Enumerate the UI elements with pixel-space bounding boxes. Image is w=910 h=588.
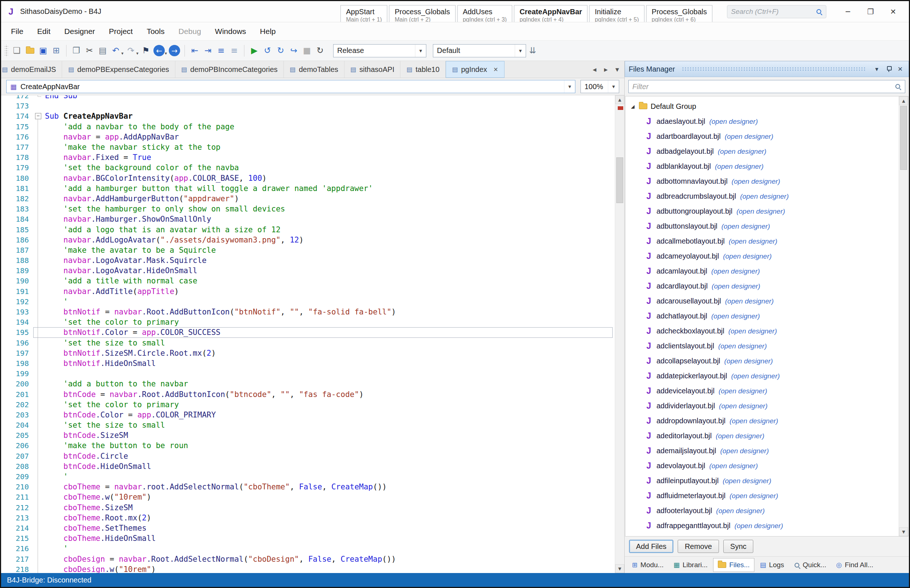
code-line-189[interactable]: 189 navbar.LogoAvatar.HideOnSmall [1, 265, 615, 276]
open-designer-link[interactable]: (open designer) [716, 507, 765, 515]
doc-tab-demopbexpensecategories[interactable]: ▤demoPBExpenseCategories [62, 61, 175, 78]
fold-toggle-icon[interactable] [33, 111, 43, 121]
menu-windows[interactable]: Windows [208, 22, 253, 40]
save-icon[interactable]: ▣ [37, 44, 50, 57]
export-icon[interactable]: ❐ [70, 44, 83, 57]
close-panel-icon[interactable]: ✕ [895, 64, 905, 74]
open-project-icon[interactable] [23, 44, 37, 57]
minimize-button[interactable]: ─ [837, 4, 859, 19]
file-item-adfrappeganttlayout-bjl[interactable]: Jadfrappeganttlayout.bjl(open designer) [626, 518, 899, 533]
pin-icon[interactable] [884, 64, 893, 74]
file-item-adcheckboxlayout-bjl[interactable]: Jadcheckboxlayout.bjl(open designer) [626, 323, 899, 339]
code-line-184[interactable]: 184 navbar.Hamburger.ShowOnSmallOnly [1, 214, 615, 224]
code-line-200[interactable]: 200 'add a button to the navbar [1, 379, 615, 389]
chevron-down-icon[interactable]: ▾ [415, 45, 426, 57]
panel-tab-quick[interactable]: Quick... [789, 558, 830, 572]
quick-tab-adduses[interactable]: AddUsespgIndex (ctrl + 3) [457, 5, 512, 22]
open-designer-link[interactable]: (open designer) [712, 282, 760, 290]
file-item-adbreadcrumbslayout-bjl[interactable]: Jadbreadcrumbslayout.bjl(open designer) [626, 189, 899, 204]
file-item-adcallmebotlayout-bjl[interactable]: Jadcallmebotlayout.bjl(open designer) [626, 234, 899, 249]
file-item-adartboardlayout-bjl[interactable]: Jadartboardlayout.bjl(open designer) [626, 129, 899, 144]
code-line-198[interactable]: 198 btnNotif.HideOnSmall [1, 358, 615, 368]
file-item-adfileinputlayout-bjl[interactable]: Jadfileinputlayout.bjl(open designer) [626, 473, 899, 488]
scroll-down-icon[interactable] [615, 564, 624, 573]
remove-button[interactable]: Remove [678, 540, 719, 553]
code-line-214[interactable]: 214 cboTheme.SetThemes [1, 523, 615, 533]
auto-hide-menu-icon[interactable]: ▾ [872, 64, 881, 74]
code-line-185[interactable]: 185 'add a logo that is an avatar with a… [1, 224, 615, 234]
open-designer-link[interactable]: (open designer) [716, 432, 764, 440]
open-designer-link[interactable]: (open designer) [723, 477, 771, 485]
code-line-177[interactable]: 177 'make the navbar sticky at the top [1, 142, 615, 152]
code-line-178[interactable]: 178 navbar.Fixed = True [1, 152, 615, 163]
new-file-icon[interactable]: ❏ [10, 44, 23, 57]
code-line-199[interactable]: 199 [1, 368, 615, 379]
open-designer-link[interactable]: (open designer) [729, 237, 777, 246]
code-line-216[interactable]: 216 ' [1, 543, 615, 554]
code-line-197[interactable]: 197 btnNotif.SizeSM.Circle.Root.mx(2) [1, 348, 615, 358]
open-designer-link[interactable]: (open designer) [729, 492, 778, 500]
file-item-adcollapselayout-bjl[interactable]: Jadcollapselayout.bjl(open designer) [626, 354, 899, 368]
file-item-ademailjslayout-bjl[interactable]: Jademailjslayout.bjl(open designer) [626, 443, 899, 458]
open-designer-link[interactable]: (open designer) [732, 178, 780, 186]
uncomment-icon[interactable]: ≡ [228, 44, 241, 57]
stop-icon[interactable]: ■ [300, 44, 314, 57]
toolbar-grip[interactable] [5, 45, 8, 57]
expander-icon[interactable] [630, 104, 636, 109]
code-line-188[interactable]: 188 navbar.LogoAvatar.Mask.Squircle [1, 255, 615, 265]
scrollbar-thumb[interactable] [900, 106, 907, 170]
maximize-button[interactable]: ❐ [859, 4, 882, 19]
code-editor[interactable]: 172End Sub173174Sub CreateAppNavBar175 '… [1, 95, 624, 573]
code-line-172[interactable]: 172End Sub [1, 95, 615, 101]
panel-tab-libraries[interactable]: ▦Librari... [669, 558, 712, 572]
scroll-up-icon[interactable] [615, 95, 624, 104]
zoom-selector[interactable]: 100% [580, 80, 619, 93]
open-designer-link[interactable]: (open designer) [721, 223, 770, 231]
code-line-173[interactable]: 173 [1, 101, 615, 111]
indent-icon[interactable]: ⇥ [201, 44, 215, 57]
code-line-205[interactable]: 205 btnCode.SizeSM [1, 430, 615, 441]
code-line-217[interactable]: 217 cboDesign = navbar.Root.AddSelectNor… [1, 554, 615, 564]
code-line-206[interactable]: 206 'make the button to be roun [1, 441, 615, 451]
cut-icon[interactable]: ✂ [83, 44, 96, 57]
open-designer-link[interactable]: (open designer) [711, 267, 760, 275]
menu-file[interactable]: File [4, 22, 30, 40]
code-line-208[interactable]: 208 btnCode.HideOnSmall [1, 461, 615, 472]
code-line-192[interactable]: 192 ' [1, 297, 615, 307]
file-item-adblanklayout-bjl[interactable]: Jadblanklayout.bjl(open designer) [626, 159, 899, 174]
file-item-adbottomnavlayout-bjl[interactable]: Jadbottomnavlayout.bjl(open designer) [626, 174, 899, 189]
hot-restart-icon[interactable]: ↻ [274, 44, 287, 57]
panel-tab-modules[interactable]: ⊞Modu... [628, 558, 668, 572]
code-line-203[interactable]: 203 btnCode.Color = app.COLOR_PRIMARY [1, 410, 615, 420]
open-designer-link[interactable]: (open designer) [737, 207, 785, 215]
open-designer-link[interactable]: (open designer) [709, 118, 758, 126]
panel-tab-logs[interactable]: ▤Logs [755, 558, 788, 572]
file-item-adaeslayout-bjl[interactable]: Jadaeslayout.bjl(open designer) [626, 114, 899, 129]
build-icon[interactable]: ⊞ [50, 44, 63, 57]
menu-designer[interactable]: Designer [57, 22, 102, 40]
open-designer-link[interactable]: (open designer) [731, 372, 779, 380]
add-files-button[interactable]: Add Files [629, 540, 673, 553]
scroll-down-icon[interactable] [899, 527, 908, 536]
paste-icon[interactable]: ▤ [96, 44, 109, 57]
open-designer-link[interactable]: (open designer) [715, 163, 763, 171]
open-designer-link[interactable]: (open designer) [724, 357, 773, 365]
code-line-194[interactable]: 194 'set the color to primary [1, 317, 615, 327]
chevron-down-icon[interactable]: ▾ [515, 45, 526, 57]
file-item-addropdownlayout-bjl[interactable]: Jaddropdownlayout.bjl(open designer) [626, 414, 899, 428]
doc-tab-demoemailjs[interactable]: ▤demoEmailJS [1, 61, 62, 78]
menu-project[interactable]: Project [102, 22, 139, 40]
open-designer-link[interactable]: (open designer) [709, 462, 758, 470]
file-item-addividerlayout-bjl[interactable]: Jaddividerlayout.bjl(open designer) [626, 399, 899, 414]
file-item-adcardlayout-bjl[interactable]: Jadcardlayout.bjl(open designer) [626, 279, 899, 294]
search-input[interactable]: Search (Ctrl+F) [727, 5, 826, 18]
outdent-icon[interactable]: ⇤ [188, 44, 201, 57]
module-selector[interactable]: ▦ CreateAppNavBar [6, 80, 575, 93]
dropdown-caret-icon[interactable]: ▾ [165, 51, 167, 56]
file-item-adevolayout-bjl[interactable]: Jadevolayout.bjl(open designer) [626, 458, 899, 473]
open-designer-link[interactable]: (open designer) [718, 342, 767, 350]
code-line-201[interactable]: 201 btnCode = navbar.Root.AddButtonIcon(… [1, 389, 615, 399]
chevron-down-icon[interactable] [608, 80, 619, 93]
file-item-adcameyolayout-bjl[interactable]: Jadcameyolayout.bjl(open designer) [626, 249, 899, 264]
tab-list-icon[interactable]: ▼ [612, 65, 622, 74]
